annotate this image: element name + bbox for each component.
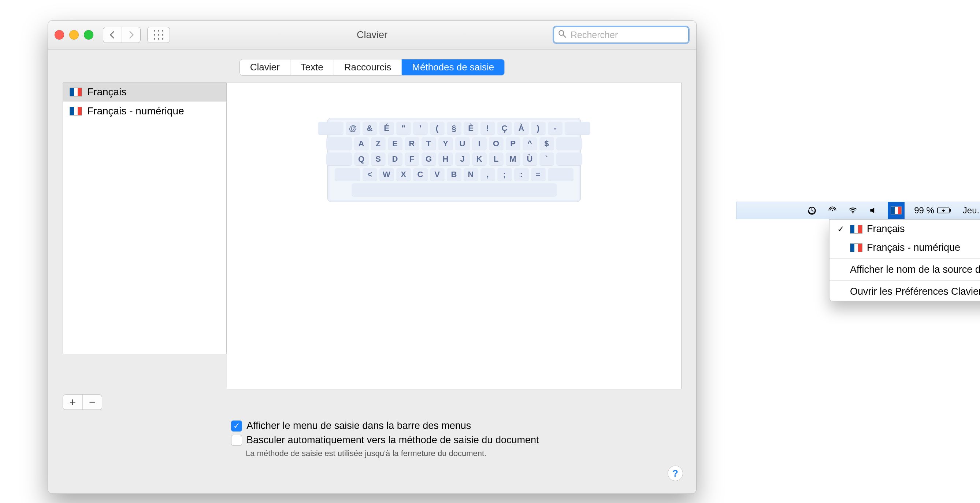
input-source-menu[interactable] <box>888 202 905 219</box>
keyboard-preferences-window: Clavier Clavier Texte Raccourcis Méthode… <box>48 20 697 494</box>
key: X <box>396 168 411 181</box>
airdrop-icon <box>828 206 837 215</box>
time-machine-menu[interactable] <box>806 202 818 219</box>
auto-switch-checkbox-row[interactable]: Basculer automatiquement vers la méthode… <box>231 434 671 446</box>
key: G <box>422 153 436 166</box>
key: @ <box>346 122 360 135</box>
add-source-button[interactable]: + <box>63 395 83 409</box>
key: Z <box>371 137 386 150</box>
checkbox-checked-icon: ✓ <box>231 420 242 431</box>
chevron-right-icon <box>126 30 136 40</box>
date-display[interactable]: Jeu. 19 mai <box>961 202 980 219</box>
dropdown-item-label: Français - numérique <box>867 242 960 253</box>
key: U <box>455 137 470 150</box>
dropdown-show-source-name[interactable]: Afficher le nom de la source de saisie <box>829 260 980 279</box>
battery-charging-icon <box>937 207 952 214</box>
tab-bar: Clavier Texte Raccourcis Méthodes de sai… <box>48 50 696 82</box>
dropdown-open-keyboard-prefs[interactable]: Ouvrir les Préférences Clavier… <box>829 282 980 301</box>
tab-methodes-de-saisie[interactable]: Méthodes de saisie <box>402 59 504 75</box>
input-source-dropdown: ✓ Français Français - numérique Afficher… <box>829 219 980 301</box>
show-input-menu-checkbox-row[interactable]: ✓ Afficher le menu de saisie dans la bar… <box>231 420 671 431</box>
key: V <box>430 168 445 181</box>
show-input-menu-label: Afficher le menu de saisie dans la barre… <box>247 420 471 431</box>
key: § <box>447 122 461 135</box>
key: ) <box>531 122 546 135</box>
key: Y <box>438 137 453 150</box>
key: ; <box>497 168 512 181</box>
input-source-label: Français - numérique <box>87 105 184 117</box>
input-source-label: Français <box>87 86 126 98</box>
key: ! <box>480 122 495 135</box>
minimize-window-button[interactable] <box>69 30 79 40</box>
zoom-window-button[interactable] <box>84 30 93 40</box>
forward-button[interactable] <box>122 27 140 43</box>
grid-icon <box>153 30 164 40</box>
key: É <box>379 122 394 135</box>
key: - <box>548 122 563 135</box>
checkbox-unchecked-icon <box>231 435 242 446</box>
add-remove-sources: + − <box>63 394 102 410</box>
tab-segmented-control: Clavier Texte Raccourcis Méthodes de sai… <box>240 59 505 75</box>
key: : <box>514 168 529 181</box>
help-button[interactable]: ? <box>668 466 683 481</box>
france-flag-numeric-icon <box>70 107 82 115</box>
close-window-button[interactable] <box>54 30 64 40</box>
airdrop-menu[interactable] <box>826 202 838 219</box>
france-flag-icon <box>70 88 82 96</box>
key: È <box>464 122 478 135</box>
auto-switch-hint: La méthode de saisie est utilisée jusqu'… <box>246 449 671 458</box>
checkmark-icon: ✓ <box>836 224 846 234</box>
key: B <box>447 168 461 181</box>
key: O <box>489 137 504 150</box>
titlebar: Clavier <box>48 21 696 50</box>
tab-raccourcis[interactable]: Raccourcis <box>334 59 402 75</box>
dropdown-item-francais[interactable]: ✓ Français <box>829 220 980 238</box>
key: $ <box>539 137 554 150</box>
svg-point-4 <box>852 212 853 213</box>
key: ' <box>413 122 428 135</box>
back-button[interactable] <box>103 27 122 43</box>
svg-point-3 <box>832 210 833 211</box>
volume-menu[interactable] <box>867 202 880 219</box>
menu-bar: 99 % Jeu. 19 mai 10:32 <box>736 202 980 219</box>
show-all-button[interactable] <box>147 27 170 43</box>
key: S <box>371 153 386 166</box>
menubar-date: Jeu. 19 mai <box>963 205 980 216</box>
key: & <box>363 122 377 135</box>
search-input[interactable] <box>570 29 687 41</box>
key: T <box>422 137 436 150</box>
dropdown-item-label: Ouvrir les Préférences Clavier… <box>850 286 980 297</box>
tab-clavier[interactable]: Clavier <box>240 59 290 75</box>
key: R <box>405 137 419 150</box>
search-field[interactable] <box>553 26 690 44</box>
key: J <box>455 153 470 166</box>
key: , <box>480 168 495 181</box>
key: F <box>405 153 419 166</box>
dropdown-item-francais-numerique[interactable]: Français - numérique <box>829 238 980 257</box>
svg-rect-6 <box>950 209 951 212</box>
dropdown-separator <box>829 259 980 259</box>
key: H <box>438 153 453 166</box>
search-icon <box>557 29 567 41</box>
chevron-left-icon <box>108 30 117 40</box>
key: L <box>489 153 504 166</box>
content-area: Français Français - numérique . @ & É " … <box>48 82 696 390</box>
battery-menu[interactable]: 99 % <box>913 202 953 219</box>
wifi-menu[interactable] <box>847 202 859 219</box>
key: N <box>464 168 478 181</box>
key: À <box>514 122 529 135</box>
key: " <box>396 122 411 135</box>
input-source-item[interactable]: Français - numérique <box>63 102 226 121</box>
keyboard-preview-pane: . @ & É " ' ( § È ! Ç À ) - . . <box>227 82 681 390</box>
key: Q <box>354 153 369 166</box>
dropdown-separator <box>829 281 980 281</box>
remove-source-button[interactable]: − <box>83 395 102 409</box>
key: = <box>531 168 546 181</box>
input-sources-list[interactable]: Français Français - numérique <box>63 82 227 354</box>
key: C <box>413 168 428 181</box>
tab-texte[interactable]: Texte <box>290 59 334 75</box>
key: Ç <box>497 122 512 135</box>
input-source-item[interactable]: Français <box>63 83 226 102</box>
key: W <box>379 168 394 181</box>
wifi-icon <box>848 206 858 215</box>
